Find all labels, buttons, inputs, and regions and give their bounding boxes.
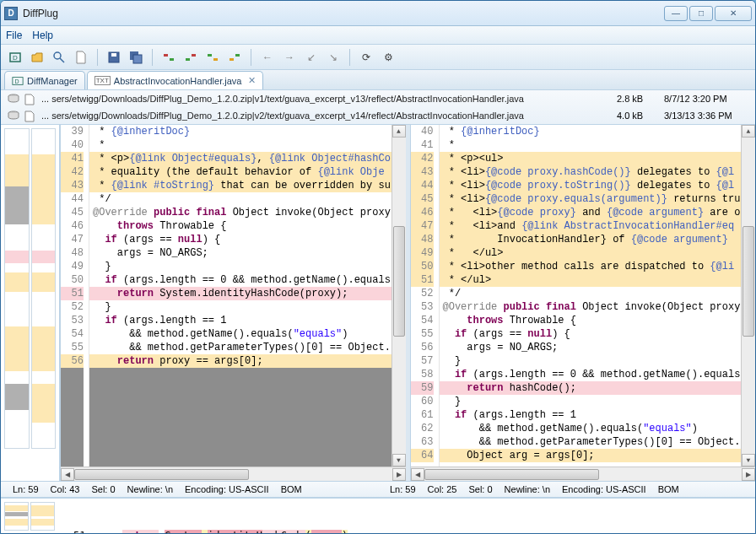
- status-right-bom: BOM: [658, 484, 679, 494]
- svg-rect-9: [170, 58, 174, 61]
- left-gutter: 394041424344454647484950515253545556: [61, 125, 89, 467]
- status-right-nl: Newline: \n: [505, 484, 550, 494]
- merge-right-button[interactable]: [181, 48, 200, 67]
- save-all-button[interactable]: [127, 48, 145, 67]
- tab-strip: D DiffManager TXT AbstractInvocationHand…: [1, 70, 755, 90]
- merge-down-right-button[interactable]: [225, 48, 244, 67]
- left-editor: 394041424344454647484950515253545556 * {…: [60, 125, 406, 481]
- txt-icon: TXT: [94, 76, 111, 85]
- svg-rect-11: [192, 54, 196, 57]
- app-icon: D: [4, 7, 18, 20]
- search-button[interactable]: [50, 48, 68, 67]
- tab-file[interactable]: TXT AbstractInvocationHandler.java ✕: [87, 71, 264, 89]
- merge-left-button[interactable]: [159, 48, 178, 67]
- file-row-right: ... sers/etwigg/Downloads/DiffPlug_Demo_…: [1, 107, 755, 124]
- window-title: DiffPlug: [23, 8, 664, 19]
- svg-rect-7: [133, 55, 142, 63]
- status-right: Ln: 59 Col: 25 Sel: 0 Newline: \n Encodi…: [378, 482, 755, 497]
- left-code[interactable]: * {@inheritDoc} * * <p>{@link Object#equ…: [89, 125, 392, 467]
- app-window: D DiffPlug ― □ ✕ File Help D ← → ↙ ↘ ⟳ ⚙: [0, 0, 756, 534]
- inline-diff-body: 51······return·System.identityHashCode(p…: [73, 502, 755, 533]
- right-gutter: 4041424344454647484950515253545556575859…: [411, 125, 440, 467]
- left-path: ... sers/etwigg/Downloads/DiffPlug_Demo_…: [41, 94, 612, 104]
- settings-button[interactable]: ⚙: [379, 48, 397, 67]
- right-size: 4.0 kB: [617, 111, 659, 121]
- refresh-icon: ⟳: [362, 51, 370, 63]
- status-left: Ln: 59 Col: 43 Sel: 0 Newline: \n Encodi…: [1, 482, 378, 497]
- menubar: File Help: [1, 26, 755, 45]
- ld-linenum-51: 51: [73, 530, 85, 534]
- save-button[interactable]: [105, 48, 123, 67]
- diffmanager-icon: D: [12, 75, 24, 87]
- right-hscroll[interactable]: ◀ ▶: [411, 467, 756, 481]
- status-left-bom: BOM: [281, 484, 302, 494]
- tab-diffmanager-label: DiffManager: [27, 76, 78, 86]
- close-button[interactable]: ✕: [715, 6, 752, 21]
- maximize-button[interactable]: □: [689, 6, 713, 21]
- status-right-ln: Ln: 59: [390, 484, 416, 494]
- status-left-ln: Ln: 59: [13, 484, 39, 494]
- file-header: ... sers/etwigg/Downloads/DiffPlug_Demo_…: [1, 90, 755, 125]
- left-hscroll[interactable]: ◀ ▶: [61, 467, 406, 481]
- overview-panel[interactable]: [1, 125, 60, 481]
- toolbar: D ← → ↙ ↘ ⟳ ⚙: [1, 45, 755, 70]
- status-left-sel: Sel: 0: [91, 484, 115, 494]
- inline-diff-panel: 51······return·System.identityHashCode(p…: [1, 498, 755, 533]
- ld-line-51: return·System.identityHashCode(proxy);: [122, 530, 354, 534]
- svg-text:D: D: [15, 78, 19, 84]
- titlebar[interactable]: D DiffPlug ― □ ✕: [1, 1, 755, 26]
- next-change-button[interactable]: ↘: [324, 48, 343, 67]
- tab-diffmanager[interactable]: D DiffManager: [4, 71, 85, 89]
- status-left-enc: Encoding: US-ASCII: [185, 484, 269, 494]
- prev-diff-button[interactable]: ←: [258, 48, 277, 67]
- new-diff-button[interactable]: D: [6, 48, 24, 67]
- refresh-button[interactable]: ⟳: [357, 48, 375, 67]
- open-button[interactable]: [28, 48, 46, 67]
- svg-rect-12: [208, 54, 212, 57]
- svg-rect-14: [230, 58, 234, 61]
- svg-rect-13: [213, 58, 218, 61]
- status-right-enc: Encoding: US-ASCII: [562, 484, 646, 494]
- minimize-button[interactable]: ―: [664, 6, 688, 21]
- arrow-downleft-icon: ↙: [307, 51, 316, 63]
- disk-icon: [8, 94, 19, 104]
- svg-rect-5: [111, 53, 116, 57]
- svg-rect-10: [186, 58, 190, 61]
- overview-left-mini: [1, 502, 73, 533]
- arrow-right-icon: →: [284, 51, 294, 63]
- disk-icon: [8, 111, 19, 121]
- right-vscroll[interactable]: ▲ ▼: [741, 125, 755, 467]
- status-bar: Ln: 59 Col: 43 Sel: 0 Newline: \n Encodi…: [1, 481, 755, 498]
- menu-help[interactable]: Help: [32, 30, 53, 41]
- svg-rect-15: [235, 54, 240, 57]
- file-icon: [24, 94, 36, 104]
- svg-text:D: D: [13, 54, 18, 62]
- prev-change-button[interactable]: ↙: [302, 48, 321, 67]
- overview-left[interactable]: [4, 128, 30, 449]
- new-file-button[interactable]: [72, 48, 90, 67]
- right-path: ... sers/etwigg/Downloads/DiffPlug_Demo_…: [41, 111, 612, 121]
- arrow-downright-icon: ↘: [329, 51, 338, 63]
- menu-file[interactable]: File: [6, 30, 22, 41]
- right-date: 3/13/13 3:36 PM: [664, 111, 748, 121]
- status-left-nl: Newline: \n: [127, 484, 173, 494]
- svg-point-2: [54, 52, 61, 59]
- left-size: 2.8 kB: [617, 94, 659, 104]
- file-row-left: ... sers/etwigg/Downloads/DiffPlug_Demo_…: [1, 90, 755, 107]
- file-icon: [24, 111, 36, 121]
- overview-right[interactable]: [31, 128, 57, 449]
- right-editor: 4041424344454647484950515253545556575859…: [410, 125, 756, 481]
- status-left-col: Col: 43: [51, 484, 80, 494]
- diff-content: 394041424344454647484950515253545556 * {…: [1, 125, 755, 481]
- tab-close-button[interactable]: ✕: [248, 75, 256, 86]
- next-diff-button[interactable]: →: [280, 48, 299, 67]
- svg-line-3: [60, 58, 64, 62]
- left-date: 8/7/12 3:20 PM: [664, 94, 748, 104]
- status-right-sel: Sel: 0: [468, 484, 492, 494]
- svg-rect-8: [164, 54, 168, 57]
- left-vscroll[interactable]: ▲ ▼: [392, 125, 406, 467]
- merge-down-left-button[interactable]: [203, 48, 222, 67]
- arrow-left-icon: ←: [262, 51, 273, 63]
- tab-file-label: AbstractInvocationHandler.java: [114, 76, 242, 86]
- right-code[interactable]: * {@inheritDoc} * * <p><ul> * <li>{@code…: [440, 125, 742, 467]
